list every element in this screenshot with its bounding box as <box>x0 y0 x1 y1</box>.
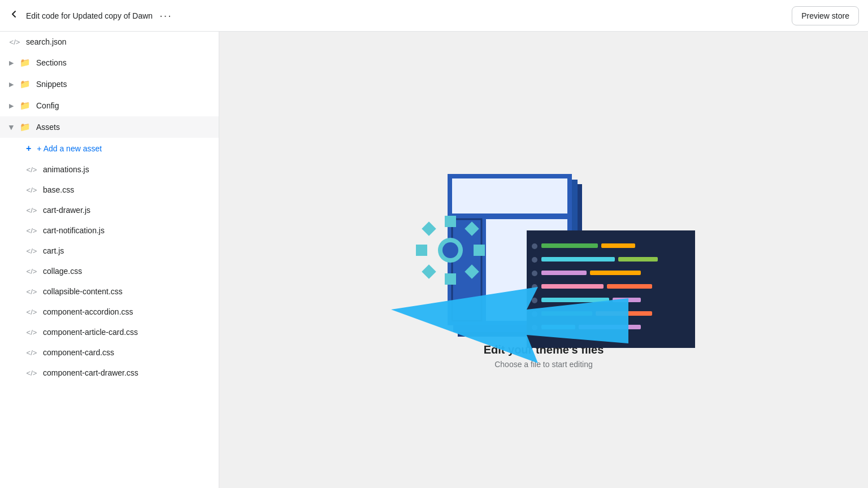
folder-label: Config <box>36 101 59 110</box>
header: Edit code for Updated copy of Dawn ··· P… <box>0 0 868 32</box>
main-layout: </> search.json ▶ 📁 Sections ▶ 📁 Snippet… <box>0 32 868 488</box>
folder-icon: 📁 <box>19 58 31 68</box>
code-file-icon: </> <box>26 267 37 276</box>
chevron-icon: ▶ <box>9 81 14 88</box>
add-asset-label: + Add a new asset <box>37 144 102 153</box>
file-label: collapsible-content.css <box>43 287 123 296</box>
file-label: base.css <box>43 185 74 194</box>
folder-label: Sections <box>36 58 67 67</box>
file-label: search.json <box>26 37 67 46</box>
folder-label: Snippets <box>36 80 67 89</box>
add-asset-button[interactable]: + + Add a new asset <box>0 138 219 159</box>
plus-icon: + <box>26 143 31 154</box>
file-label: cart.js <box>43 246 64 255</box>
theme-illustration <box>391 151 696 355</box>
chevron-icon: ▶ <box>9 102 14 110</box>
code-file-icon: </> <box>26 226 37 235</box>
sidebar-folder-sections[interactable]: ▶ 📁 Sections <box>0 52 219 73</box>
sidebar-file-animations-js[interactable]: </> animations.js <box>0 159 219 180</box>
folder-icon: 📁 <box>19 79 31 89</box>
sidebar-folder-config[interactable]: ▶ 📁 Config <box>0 95 219 116</box>
code-file-icon: </> <box>9 38 20 46</box>
file-label: component-article-card.css <box>43 328 138 337</box>
file-label: component-accordion.css <box>43 307 133 316</box>
folder-icon: 📁 <box>19 101 31 111</box>
file-label: collage.css <box>43 267 82 276</box>
svg-rect-19 <box>601 243 635 248</box>
code-file-icon: </> <box>26 328 37 337</box>
svg-point-17 <box>532 243 537 249</box>
sidebar-file-cart-notification-js[interactable]: </> cart-notification.js <box>0 220 219 241</box>
sidebar: </> search.json ▶ 📁 Sections ▶ 📁 Snippet… <box>0 32 219 488</box>
chevron-icon: ▶ <box>8 125 15 129</box>
file-label: animations.js <box>43 165 89 174</box>
file-label: component-card.css <box>43 348 114 357</box>
back-icon[interactable] <box>9 9 19 22</box>
svg-rect-18 <box>541 243 598 248</box>
file-label: component-cart-drawer.css <box>43 368 138 377</box>
code-file-icon: </> <box>26 308 37 316</box>
sidebar-file-component-card-css[interactable]: </> component-card.css <box>0 342 219 363</box>
header-title: Edit code for Updated copy of Dawn <box>26 11 153 20</box>
sidebar-file-component-accordion-css[interactable]: </> component-accordion.css <box>0 302 219 322</box>
code-file-icon: </> <box>26 206 37 215</box>
sidebar-folder-assets[interactable]: ▶ 📁 Assets <box>0 116 219 138</box>
arrow-pointing-left <box>391 253 640 411</box>
content-area: Edit your theme's files Choose a file to… <box>219 32 868 488</box>
more-options-icon[interactable]: ··· <box>159 9 172 22</box>
svg-marker-38 <box>391 287 628 363</box>
sidebar-file-base-css[interactable]: </> base.css <box>0 180 219 200</box>
sidebar-file-search-json[interactable]: </> search.json <box>0 32 219 52</box>
svg-rect-13 <box>465 221 479 236</box>
code-file-icon: </> <box>26 369 37 377</box>
sidebar-file-component-cart-drawer-css[interactable]: </> component-cart-drawer.css <box>0 363 219 383</box>
chevron-icon: ▶ <box>9 59 14 67</box>
code-file-icon: </> <box>26 165 37 174</box>
sidebar-file-collapsible-content-css[interactable]: </> collapsible-content.css <box>0 281 219 302</box>
folder-icon: 📁 <box>19 122 31 132</box>
svg-rect-12 <box>422 221 436 236</box>
sidebar-file-component-article-card-css[interactable]: </> component-article-card.css <box>0 322 219 342</box>
sidebar-folder-snippets[interactable]: ▶ 📁 Snippets <box>0 73 219 95</box>
preview-store-button[interactable]: Preview store <box>792 6 859 25</box>
code-file-icon: </> <box>26 247 37 255</box>
code-file-icon: </> <box>26 186 37 194</box>
sidebar-file-cart-js[interactable]: </> cart.js <box>0 241 219 261</box>
folder-label: Assets <box>36 123 60 132</box>
sidebar-file-cart-drawer-js[interactable]: </> cart-drawer.js <box>0 200 219 220</box>
code-file-icon: </> <box>26 348 37 357</box>
code-file-icon: </> <box>26 287 37 296</box>
svg-rect-8 <box>445 216 456 227</box>
header-left: Edit code for Updated copy of Dawn ··· <box>9 9 172 22</box>
file-label: cart-drawer.js <box>43 206 90 215</box>
sidebar-file-collage-css[interactable]: </> collage.css <box>0 261 219 281</box>
svg-rect-3 <box>452 178 567 213</box>
file-label: cart-notification.js <box>43 226 105 235</box>
